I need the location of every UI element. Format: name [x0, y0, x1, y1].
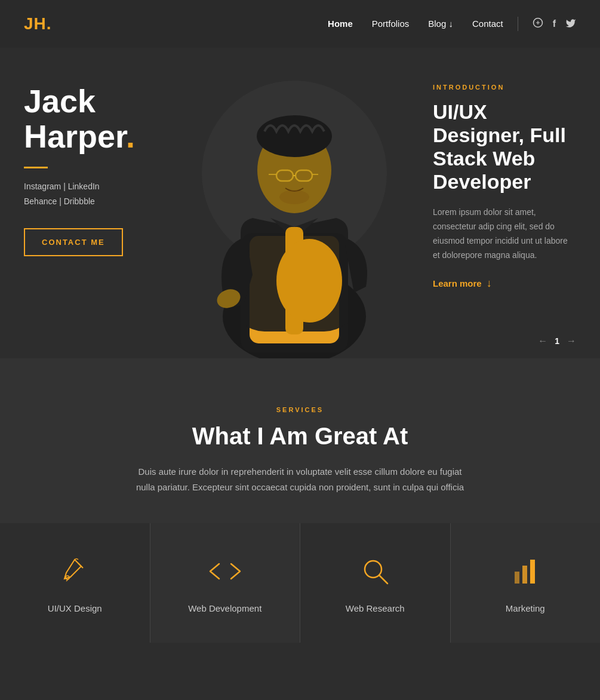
learn-more-link[interactable]: Learn more ↓ — [433, 277, 576, 290]
nav-link-home[interactable]: Home — [328, 19, 353, 29]
hero-links-line2: Behance | Dribbble — [24, 194, 143, 209]
services-label: SERVICES — [24, 406, 576, 413]
nav-right: Home Portfolios Blog ↓ Contact f — [328, 17, 576, 31]
service-cards-container: UI/UX Design Web Development Web Researc… — [0, 523, 600, 643]
intro-title: UI/UX Designer, Full Stack Web Developer — [433, 100, 576, 194]
service-card-marketing: Marketing — [451, 523, 601, 643]
nav-item-contact[interactable]: Contact — [472, 19, 503, 29]
nav-divider — [518, 17, 518, 31]
nav-links: Home Portfolios Blog ↓ Contact — [328, 19, 503, 29]
svg-rect-20 — [530, 560, 535, 584]
service-name-marketing: Marketing — [506, 603, 545, 613]
hero-name-last: Harper — [24, 118, 126, 154]
hero-image-area — [167, 48, 421, 358]
svg-rect-18 — [515, 572, 519, 584]
skype-icon[interactable] — [533, 17, 543, 31]
nav-link-contact[interactable]: Contact — [472, 19, 503, 29]
hero-name-first: Jack — [24, 83, 96, 119]
svg-line-17 — [379, 575, 387, 584]
svg-point-14 — [279, 190, 309, 204]
svg-rect-19 — [522, 566, 527, 584]
learn-more-text: Learn more — [433, 278, 482, 288]
prev-slide-button[interactable]: ← — [538, 336, 547, 346]
hero-links-line1: Instagram | LinkedIn — [24, 179, 143, 194]
logo[interactable]: JH. — [24, 14, 52, 33]
contact-me-button[interactable]: CONTACT ME — [24, 228, 123, 256]
service-card-research: Web Research — [300, 523, 451, 643]
nav-item-home[interactable]: Home — [328, 19, 353, 29]
pen-icon — [59, 553, 91, 589]
learn-more-arrow-icon: ↓ — [487, 277, 492, 290]
intro-label: INTRODUCTION — [433, 84, 576, 91]
navbar: JH. Home Portfolios Blog ↓ Contact f — [0, 0, 600, 48]
service-name-webdev: Web Development — [188, 603, 261, 613]
intro-description: Lorem ipsum dolor sit amet, consectetur … — [433, 205, 576, 262]
service-card-uiux: UI/UX Design — [0, 523, 150, 643]
service-name-research: Web Research — [346, 603, 405, 613]
logo-dot: . — [47, 14, 52, 33]
services-section: SERVICES What I Am Great At Duis aute ir… — [0, 358, 600, 643]
nav-link-portfolios[interactable]: Portfolios — [372, 19, 410, 29]
hero-right: INTRODUCTION UI/UX Designer, Full Stack … — [421, 48, 600, 358]
service-card-webdev: Web Development — [150, 523, 301, 643]
hero-name: Jack Harper. — [24, 84, 143, 155]
hero-social-links: Instagram | LinkedIn Behance | Dribbble — [24, 179, 143, 209]
hero-left: Jack Harper. Instagram | LinkedIn Behanc… — [0, 48, 167, 358]
nav-icons: f — [533, 17, 576, 31]
nav-link-blog[interactable]: Blog ↓ — [428, 19, 453, 29]
chart-icon — [509, 553, 541, 589]
svg-point-5 — [276, 239, 342, 323]
search-icon — [359, 553, 392, 589]
services-title: What I Am Great At — [24, 423, 576, 450]
service-name-uiux: UI/UX Design — [48, 603, 102, 613]
services-description: Duis aute irure dolor in reprehenderit i… — [133, 464, 467, 495]
nav-item-blog[interactable]: Blog ↓ — [428, 19, 453, 29]
hero-divider — [24, 167, 48, 168]
hero-name-dot: . — [126, 118, 135, 154]
twitter-icon[interactable] — [565, 18, 576, 30]
logo-text: JH — [24, 14, 47, 33]
facebook-icon[interactable]: f — [553, 19, 556, 29]
slide-number: 1 — [555, 336, 559, 346]
next-slide-button[interactable]: → — [567, 336, 576, 346]
slide-counter: ← 1 → — [538, 336, 576, 346]
code-icon — [207, 553, 243, 589]
svg-point-8 — [257, 115, 332, 157]
hero-person-illustration — [193, 66, 396, 358]
hero-section: Jack Harper. Instagram | LinkedIn Behanc… — [0, 48, 600, 358]
nav-item-portfolios[interactable]: Portfolios — [372, 19, 410, 29]
